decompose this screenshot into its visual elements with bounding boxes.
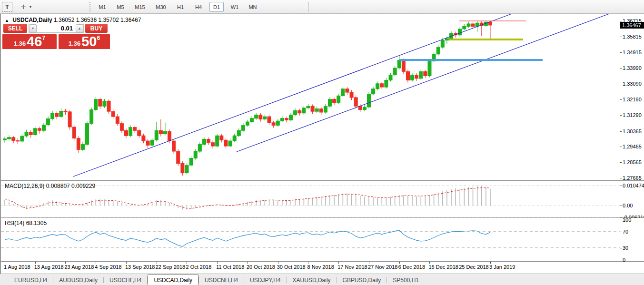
timeframe-button-mn[interactable]: MN [246, 2, 260, 12]
price-tick [620, 99, 622, 100]
macd-tick [620, 206, 622, 206]
timeframe-button-m30[interactable]: M30 [152, 2, 169, 12]
tab-usdcnh[interactable]: USDCNH,H4 [199, 275, 244, 285]
date-axis-label: 11 Oct 2018 [216, 264, 244, 270]
buy-button[interactable]: BUY [85, 24, 108, 33]
macd-indicator-pane[interactable]: MACD(12,26,9) 0.008807 0.009229 0.010474… [0, 181, 644, 218]
price-chart-pane[interactable]: ▲ USDCAD,Daily 1.36052 1.36536 1.35702 1… [0, 14, 644, 181]
date-axis-label: 4 Sep 2018 [95, 264, 121, 270]
timeframe-button-h4[interactable]: H4 [191, 2, 206, 12]
price-axis-label: 1.33990 [623, 65, 642, 71]
date-tick [65, 262, 66, 264]
sell-price-box[interactable]: 1.36 46 7 [2, 34, 57, 49]
symbol-tab-bar: EURUSD,H4AUDUSD,DailyUSDCHF,H4USDCAD,Dai… [0, 274, 644, 285]
price-tick [620, 131, 622, 132]
date-axis-label: 2 Oct 2018 [186, 264, 211, 270]
rsi-label: RSI(14) 68.1305 [5, 220, 47, 226]
date-axis-label: 30 Oct 2018 [277, 264, 306, 270]
date-tick [126, 262, 127, 264]
toolbar-drag-handle[interactable] [89, 2, 91, 12]
macd-axis-label: 0.010474 [623, 183, 644, 188]
date-tick [369, 262, 369, 264]
macd-tick [620, 186, 622, 186]
price-axis-label: 1.32190 [623, 97, 642, 102]
volume-value[interactable]: 0.01 [37, 25, 76, 32]
date-axis-label: 23 Aug 2018 [64, 264, 94, 270]
rsi-tick [620, 220, 622, 220]
price-tick [620, 68, 622, 69]
date-axis-label: 13 Aug 2018 [34, 264, 64, 270]
tab-usdjpy[interactable]: USDJPY,H4 [244, 275, 286, 285]
date-tick [338, 262, 339, 264]
date-axis-label: 20 Oct 2018 [247, 264, 275, 270]
tab-usdcad[interactable]: USDCAD,Daily [148, 275, 198, 285]
sell-price-sup: 7 [42, 35, 45, 41]
chart-ohlc-values: 1.36052 1.36536 1.35702 1.36467 [54, 17, 141, 23]
date-axis-label: 27 Nov 2018 [368, 264, 397, 270]
timeframe-button-m5[interactable]: M5 [113, 2, 128, 12]
date-tick [308, 262, 308, 264]
sell-button[interactable]: SELL [3, 24, 27, 33]
buy-price-box[interactable]: 1.36 50 6 [59, 34, 110, 49]
volume-decrease-button[interactable]: ▼ [29, 24, 37, 32]
price-axis-label: 1.35815 [623, 34, 642, 39]
rsi-axis-label: 70 [623, 229, 628, 235]
chart-symbol-label: USDCAD,Daily [12, 17, 52, 23]
buy-price-big: 50 [81, 35, 97, 49]
price-tick [620, 37, 622, 37]
timeframe-button-m1[interactable]: M1 [95, 2, 109, 12]
toolbar-separator [308, 2, 309, 12]
price-tick [620, 178, 622, 178]
cursor-tool-icon[interactable]: ✛ [17, 2, 30, 12]
tab-xauusd[interactable]: XAUUSD,Daily [287, 275, 337, 285]
sell-price-big: 46 [27, 35, 42, 49]
date-tick [490, 262, 491, 264]
timeframe-button-d1[interactable]: D1 [209, 2, 224, 12]
tab-usdchf[interactable]: USDCHF,H4 [104, 275, 147, 285]
price-axis-label: 1.30365 [623, 128, 642, 134]
date-tick [248, 262, 248, 264]
date-tick [429, 262, 430, 264]
tab-sp500[interactable]: SP500,H1 [387, 275, 425, 285]
date-axis-label: 1 Aug 2018 [4, 264, 30, 270]
current-price-tag: 1.36467 [620, 22, 644, 29]
price-tick [620, 147, 622, 147]
date-tick [187, 262, 187, 264]
date-tick [157, 262, 157, 264]
buy-price-sup: 6 [97, 35, 100, 41]
text-tool-icon[interactable]: T [2, 2, 12, 12]
date-axis-label: 17 Nov 2018 [337, 264, 367, 270]
date-tick [5, 262, 5, 264]
volume-increase-button[interactable]: ▲ [76, 24, 83, 32]
rsi-tick [620, 248, 622, 248]
rsi-axis-label: 30 [623, 245, 628, 251]
price-tick [620, 84, 622, 84]
tab-audusd[interactable]: AUDUSD,Daily [53, 275, 103, 285]
date-tick [460, 262, 460, 264]
cursor-tool-dropdown-icon[interactable]: ▾ [30, 5, 31, 9]
price-tick [620, 21, 622, 21]
tab-gbpusd[interactable]: GBPUSD,Daily [337, 275, 387, 285]
date-axis-label: 22 Sep 2018 [156, 264, 185, 270]
price-axis-label: 1.34915 [623, 49, 642, 55]
price-tick [620, 52, 622, 53]
rsi-chart [1, 218, 620, 262]
scale-divider [619, 14, 619, 274]
date-axis-label: 15 Dec 2018 [428, 264, 458, 270]
timeframe-button-h1[interactable]: H1 [173, 2, 188, 12]
price-axis-label: 1.29465 [623, 144, 642, 149]
macd-axis-label: 0.00 [623, 203, 633, 208]
timeframe-button-w1[interactable]: W1 [228, 2, 242, 12]
collapse-triangle-icon[interactable]: ▲ [5, 18, 9, 23]
date-tick [399, 262, 400, 264]
price-axis-label: 1.27665 [623, 175, 642, 181]
price-tick [620, 162, 622, 163]
chart-title: ▲ USDCAD,Daily 1.36052 1.36536 1.35702 1… [5, 17, 141, 23]
date-axis[interactable]: 1 Aug 201813 Aug 201823 Aug 20184 Sep 20… [0, 262, 644, 274]
price-tick [620, 115, 622, 116]
rsi-indicator-pane[interactable]: RSI(14) 68.1305 10070300 [0, 218, 644, 262]
tab-eurusd[interactable]: EURUSD,H4 [9, 275, 53, 285]
timeframe-button-m15[interactable]: M15 [131, 2, 149, 12]
rsi-axis-label: 100 [623, 217, 631, 223]
macd-label: MACD(12,26,9) 0.008807 0.009229 [5, 183, 95, 189]
